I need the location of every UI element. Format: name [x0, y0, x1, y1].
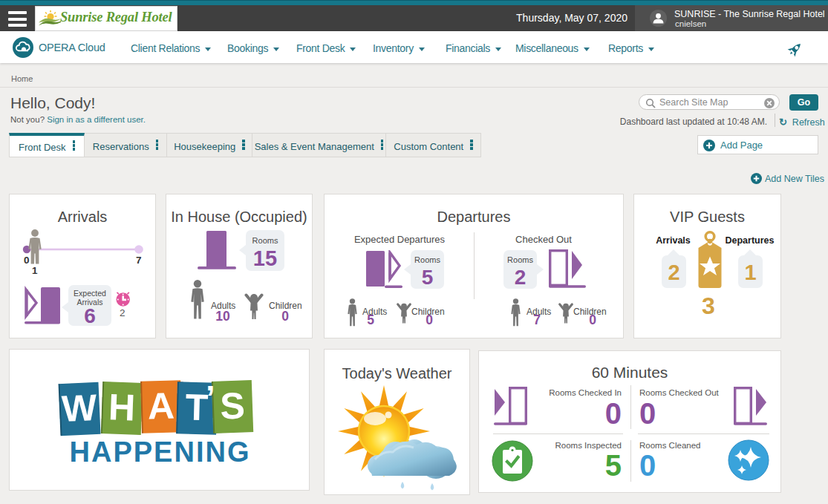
svg-text:7: 7: [136, 255, 142, 266]
svg-text:1: 1: [32, 265, 38, 276]
svg-text:0: 0: [24, 255, 30, 266]
